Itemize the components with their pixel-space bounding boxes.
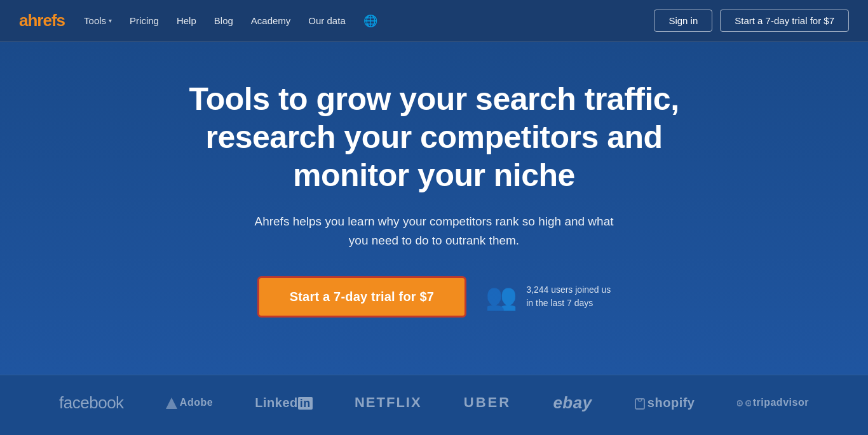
nav-blog[interactable]: Blog	[214, 15, 233, 26]
cta-area: Start a 7-day trial for $7 👥 3,244 users…	[13, 276, 855, 318]
users-joined-area: 👥 3,244 users joined us in the last 7 da…	[485, 282, 611, 312]
svg-point-5	[747, 403, 749, 405]
logo-tripadvisor: tripadvisor	[737, 397, 809, 408]
globe-icon[interactable]: 🌐	[363, 14, 377, 28]
hero-trial-button[interactable]: Start a 7-day trial for $7	[257, 276, 467, 318]
nav-ourdata[interactable]: Our data	[308, 15, 345, 26]
logo-shopify: shopify	[634, 396, 695, 410]
svg-point-4	[738, 403, 740, 405]
logo-facebook: facebook	[59, 393, 124, 413]
nav-pricing[interactable]: Pricing	[130, 15, 159, 26]
users-count: 3,244 users joined us	[526, 283, 611, 297]
svg-rect-1	[635, 399, 644, 409]
logo-adobe: Adobe	[166, 397, 213, 409]
logo[interactable]: ahrefs	[19, 11, 65, 30]
hero-subheadline: Ahrefs helps you learn why your competit…	[243, 212, 625, 251]
nav-trial-button[interactable]: Start a 7-day trial for $7	[720, 10, 849, 32]
signin-button[interactable]: Sign in	[654, 10, 712, 32]
chevron-down-icon: ▾	[109, 17, 112, 24]
nav-links: Tools ▾ Pricing Help Blog Academy Our da…	[84, 14, 654, 28]
logo-uber: UBER	[464, 394, 511, 411]
logos-bar: facebook Adobe Linkedin NETFLIX UBER eba…	[0, 375, 868, 431]
nav-actions: Sign in Start a 7-day trial for $7	[654, 10, 849, 32]
logo-netflix: NETFLIX	[355, 394, 422, 411]
hero-headline: Tools to grow your search traffic, resea…	[173, 80, 695, 194]
users-icon: 👥	[485, 282, 517, 312]
users-period: in the last 7 days	[526, 297, 611, 310]
logo-text: hrefs	[27, 11, 65, 30]
logo-ebay: ebay	[553, 393, 592, 413]
logo-accent: a	[19, 11, 27, 30]
nav-academy[interactable]: Academy	[251, 15, 291, 26]
logo-linkedin: Linkedin	[255, 396, 312, 410]
users-joined-text: 3,244 users joined us in the last 7 days	[526, 283, 611, 310]
nav-help[interactable]: Help	[177, 15, 196, 26]
svg-marker-0	[166, 398, 177, 409]
nav-tools[interactable]: Tools ▾	[84, 15, 112, 26]
navbar: ahrefs Tools ▾ Pricing Help Blog Academy…	[0, 0, 868, 42]
hero-section: Tools to grow your search traffic, resea…	[0, 42, 868, 375]
